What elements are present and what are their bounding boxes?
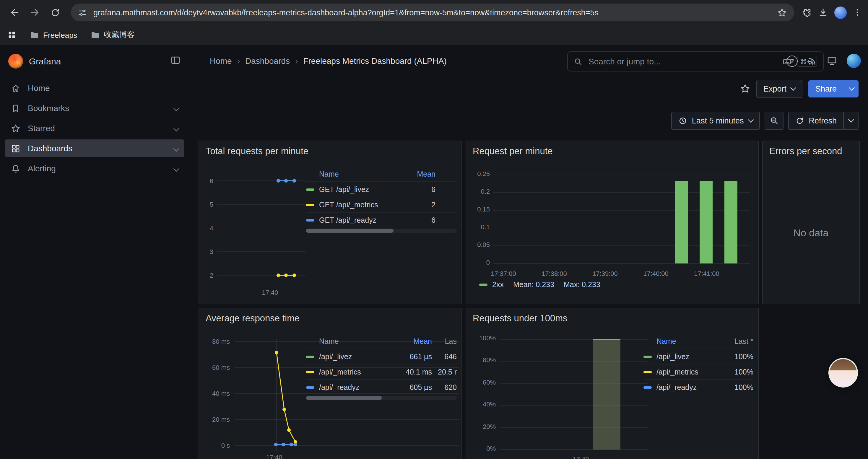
- bookmark-item-blog[interactable]: 收藏博客: [90, 30, 135, 40]
- export-button[interactable]: Export: [756, 79, 802, 98]
- breadcrumb-home[interactable]: Home: [210, 56, 232, 66]
- series-name[interactable]: /api/_metrics: [319, 368, 361, 376]
- series-name[interactable]: /api/_livez: [656, 352, 689, 361]
- series-name[interactable]: /api/_livez: [319, 352, 352, 361]
- series-swatch[interactable]: [306, 371, 314, 373]
- url-bar[interactable]: [71, 4, 794, 21]
- kebab-menu-icon[interactable]: [852, 8, 862, 17]
- bookmark-item-freeleaps[interactable]: Freeleaps: [30, 30, 78, 40]
- requests-under-100ms-chart[interactable]: [500, 339, 648, 451]
- series-name[interactable]: /api/_readyz: [656, 383, 696, 391]
- share-split-button: Share: [808, 80, 859, 97]
- browser-profile-avatar[interactable]: [834, 6, 847, 19]
- series-swatch[interactable]: [306, 386, 314, 388]
- series-swatch[interactable]: [306, 203, 314, 206]
- breadcrumb-dashboards[interactable]: Dashboards: [245, 56, 290, 66]
- time-range-picker[interactable]: Last 5 minutes: [671, 111, 760, 130]
- share-button[interactable]: Share: [808, 80, 844, 97]
- grafana-topnav: Grafana Home › Dashboards › Freeleaps Me…: [0, 45, 868, 77]
- panel-title[interactable]: Average response time: [206, 313, 300, 324]
- sidebar-item-starred[interactable]: Starred: [5, 119, 184, 137]
- legend-col-name[interactable]: Name: [306, 170, 411, 178]
- panel-title[interactable]: Requests under 100ms: [473, 313, 567, 324]
- legend-col-last[interactable]: Last *: [725, 337, 753, 346]
- legend-scrollbar[interactable]: [306, 229, 457, 233]
- rss-icon[interactable]: [807, 56, 817, 66]
- y-tick: 40 ms: [199, 390, 230, 397]
- series-swatch[interactable]: [306, 219, 314, 221]
- user-avatar[interactable]: [847, 54, 861, 68]
- bookmark-label: Freeleaps: [43, 30, 78, 39]
- forward-button[interactable]: [26, 4, 44, 21]
- legend-col-mean[interactable]: Mean: [411, 170, 435, 178]
- site-settings-icon[interactable]: [78, 8, 87, 17]
- panel-title[interactable]: Total requests per minute: [206, 146, 308, 157]
- chevron-down-icon[interactable]: [174, 165, 179, 171]
- favorite-star-icon[interactable]: [740, 83, 750, 94]
- forward-arrow-icon: [30, 7, 40, 18]
- bookmark-label: 收藏博客: [104, 30, 135, 40]
- bell-icon: [11, 163, 21, 173]
- bookmark-star-icon[interactable]: [777, 7, 787, 18]
- grafana-brand[interactable]: Grafana: [8, 45, 61, 77]
- legend-col-name[interactable]: Name: [644, 337, 725, 346]
- legend-item-2xx[interactable]: 2xx: [479, 281, 504, 289]
- sidebar-item-bookmarks[interactable]: Bookmarks: [5, 99, 184, 117]
- download-icon[interactable]: [818, 7, 829, 18]
- series-last: 646: [432, 352, 457, 361]
- series-name[interactable]: GET /api/_livez: [319, 185, 369, 193]
- zoom-out-button[interactable]: [764, 111, 783, 130]
- y-tick: 2: [199, 272, 213, 279]
- sidebar-item-label: Home: [28, 83, 50, 93]
- chevron-down-icon[interactable]: [174, 105, 179, 111]
- request-per-minute-chart[interactable]: [493, 171, 750, 265]
- legend-scrollbar-thumb[interactable]: [306, 396, 381, 400]
- reload-button[interactable]: [46, 4, 64, 21]
- panel-title[interactable]: Errors per second: [769, 146, 842, 157]
- time-range-label: Last 5 minutes: [692, 116, 744, 125]
- series-name[interactable]: /api/_readyz: [319, 383, 359, 391]
- grafana-brand-name: Grafana: [29, 56, 61, 66]
- sidebar-item-dashboards[interactable]: Dashboards: [5, 139, 184, 157]
- chevron-down-icon[interactable]: [174, 145, 179, 151]
- share-menu-button[interactable]: [844, 80, 859, 97]
- y-tick: 0 s: [199, 442, 230, 449]
- sidebar-item-home[interactable]: Home: [5, 79, 184, 97]
- series-name[interactable]: /api/_metrics: [656, 368, 699, 376]
- legend-row: GET /api/_readyz 6: [306, 212, 457, 227]
- url-input[interactable]: [92, 7, 772, 18]
- monitor-icon[interactable]: [827, 56, 837, 66]
- series-swatch[interactable]: [644, 355, 652, 358]
- back-button[interactable]: [6, 4, 24, 21]
- apps-grid-icon[interactable]: [7, 30, 17, 40]
- search-box[interactable]: ⌘+k: [567, 52, 824, 71]
- chevron-down-icon[interactable]: [174, 125, 179, 131]
- legend-col-mean[interactable]: Mean: [399, 337, 432, 346]
- folder-icon: [30, 30, 39, 40]
- legend-scrollbar[interactable]: [306, 396, 457, 400]
- refresh-button[interactable]: Refresh: [788, 112, 843, 129]
- y-tick: 0.15: [466, 205, 490, 213]
- assistant-avatar-widget[interactable]: [829, 358, 858, 388]
- sidebar-toggle-icon[interactable]: [170, 55, 181, 66]
- sidebar-item-alerting[interactable]: Alerting: [5, 160, 184, 177]
- series-swatch[interactable]: [644, 371, 652, 373]
- chevron-down-icon: [748, 117, 754, 123]
- back-arrow-icon: [9, 7, 20, 18]
- legend-row: /api/_metrics 100%: [644, 364, 753, 379]
- series-swatch[interactable]: [306, 355, 314, 358]
- total-requests-chart[interactable]: [217, 174, 306, 286]
- legend-col-name[interactable]: Name: [306, 337, 399, 346]
- series-swatch[interactable]: [306, 188, 314, 191]
- search-input[interactable]: [587, 56, 778, 67]
- legend-scrollbar-thumb[interactable]: [306, 229, 394, 233]
- series-name[interactable]: GET /api/_readyz: [319, 216, 376, 224]
- refresh-interval-button[interactable]: [843, 112, 858, 129]
- y-tick: 0%: [466, 445, 496, 452]
- series-swatch[interactable]: [644, 386, 652, 388]
- legend-col-last[interactable]: Las: [432, 337, 457, 346]
- series-name[interactable]: GET /api/_metrics: [319, 201, 378, 209]
- help-icon[interactable]: ?: [786, 55, 798, 66]
- panel-title[interactable]: Request per minute: [473, 146, 553, 157]
- extensions-icon[interactable]: [801, 7, 812, 18]
